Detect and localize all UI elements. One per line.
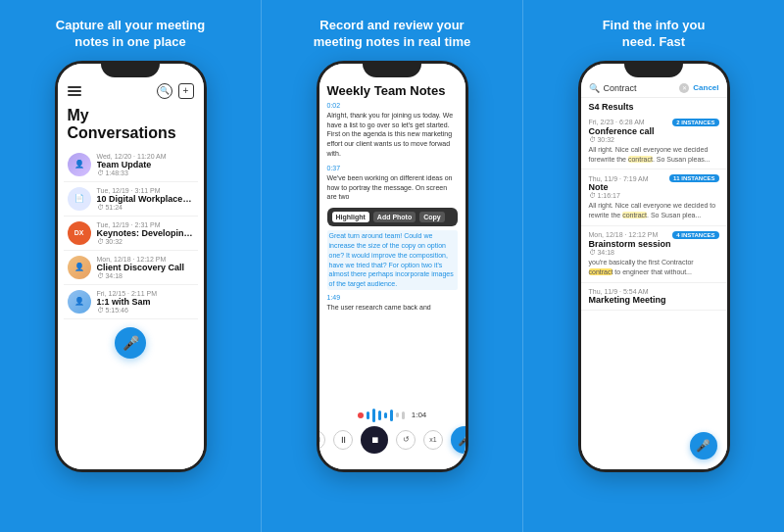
note-text-2: We've been working on different ideas on…: [327, 173, 458, 202]
panel-3-heading: Find the info you need. Fast: [603, 18, 706, 51]
search-result-item[interactable]: Mon, 12/18 · 12:12 PM 4 INSTANCES Brains…: [581, 226, 727, 283]
item-duration: 51:24: [97, 204, 194, 211]
highlight-word: contract: [589, 268, 613, 275]
search-bar: 🔍 Contract ✕ Cancel: [581, 79, 727, 98]
add-icon[interactable]: +: [178, 83, 194, 99]
item-date: Tue, 12/19 · 3:11 PM: [97, 187, 194, 194]
p1-topbar: 🔍 +: [58, 79, 204, 105]
result-badge: 4 INSTANCES: [672, 231, 718, 239]
conversations-list: 👤 Wed, 12/20 · 11:20 AM Team Update 1:48…: [58, 148, 204, 319]
mic-icon: 🎤: [696, 439, 710, 453]
list-item[interactable]: 👤 Mon, 12/18 · 12:12 PM Client Discovery…: [64, 251, 198, 285]
panel-2-heading: Record and review your meeting notes in …: [314, 18, 470, 51]
add-photo-button[interactable]: Add Photo: [373, 212, 416, 222]
result-date: Thu, 11/9 · 5:54 AM: [589, 288, 649, 295]
list-item[interactable]: 📄 Tue, 12/19 · 3:11 PM 10 Digital Workpl…: [64, 182, 198, 217]
panel-1: Capture all your meeting notes in one pl…: [0, 0, 261, 532]
search-icon[interactable]: 🔍: [157, 83, 172, 99]
hamburger-icon[interactable]: [68, 86, 81, 96]
mic-button[interactable]: 🎤: [690, 432, 717, 459]
share-button[interactable]: ↑□: [319, 430, 326, 450]
result-date: Fri, 2/23 · 6:28 AM: [589, 119, 645, 125]
item-date: Wed, 12/20 · 11:20 AM: [97, 153, 194, 160]
waveform-bar: [372, 409, 375, 422]
waveform-bar: [384, 412, 387, 418]
loop-button[interactable]: ↺: [396, 430, 416, 450]
avatar: DX: [68, 221, 91, 245]
conversations-title: My Conversations: [58, 105, 204, 148]
copy-button[interactable]: Copy: [419, 212, 445, 222]
search-result-item[interactable]: Thu, 11/9 · 7:19 AM 11 INSTANCES Note ⏱ …: [581, 169, 727, 226]
result-snippet: All right. Nice call everyone we decided…: [589, 145, 719, 165]
recording-time: 1:04: [412, 411, 427, 419]
result-title: Brainstorm session: [589, 239, 719, 249]
result-title: Marketing Meeting: [589, 295, 719, 305]
avatar: 👤: [68, 256, 91, 279]
phone-2: Weekly Team Notes 0:02 Alright, thank yo…: [317, 61, 468, 472]
result-duration: ⏱ 30:32: [589, 136, 719, 143]
item-name: 10 Digital Workplace predi...: [97, 194, 194, 204]
result-badge: 2 INSTANCES: [672, 119, 718, 126]
panel-1-heading: Capture all your meeting notes in one pl…: [56, 18, 205, 51]
avatar: 👤: [68, 290, 91, 314]
result-snippet: All right. Nice call everyone we decided…: [589, 201, 719, 220]
timestamp-1: 0:02: [327, 102, 458, 109]
item-name: Client Discovery Call: [97, 263, 194, 272]
pause-button[interactable]: ⏸: [333, 430, 353, 450]
waveform-bar: [367, 411, 369, 419]
waveform-bar: [390, 410, 393, 421]
list-item[interactable]: DX Tue, 12/19 · 2:31 PM Keynotes: Develo…: [64, 217, 198, 251]
panel-3: Find the info you need. Fast 🔍 Contract …: [523, 0, 784, 532]
result-title: Conference call: [589, 126, 719, 136]
waveform-bar: [402, 411, 405, 419]
timestamp-3: 1:49: [327, 294, 458, 301]
mic-icon: 🎤: [122, 335, 139, 351]
result-duration: ⏱ 1:16:17: [589, 192, 719, 199]
search-input[interactable]: Contract: [604, 83, 676, 93]
recording-controls: 1:04 ↑□ ⏸ ⏹ ↺ x1 🎤: [319, 409, 466, 461]
result-badge: 11 INSTANCES: [669, 174, 719, 182]
selected-text: Great turn around team! Could we increas…: [327, 230, 458, 290]
item-date: Mon, 12/18 · 12:12 PM: [97, 256, 194, 263]
note-title: Weekly Team Notes: [327, 83, 458, 98]
highlight-button[interactable]: Highlight: [332, 212, 369, 222]
timestamp-2: 0:37: [327, 165, 458, 171]
clear-icon[interactable]: ✕: [679, 83, 689, 93]
record-dot: [358, 412, 364, 418]
search-result-item[interactable]: Thu, 11/9 · 5:54 AM Marketing Meeting: [581, 283, 727, 311]
cancel-button[interactable]: Cancel: [693, 83, 718, 92]
mic-button[interactable]: 🎤: [115, 327, 146, 359]
item-duration: 1:48:33: [97, 169, 194, 176]
result-duration: ⏱ 34:18: [589, 249, 719, 256]
item-name: Keynotes: Developing a Cu...: [97, 228, 194, 238]
result-date: Thu, 11/9 · 7:19 AM: [589, 175, 649, 182]
item-name: 1:1 with Sam: [97, 297, 194, 307]
item-date: Tue, 12/19 · 2:31 PM: [97, 221, 194, 228]
speed-button[interactable]: x1: [423, 430, 443, 450]
item-name: Team Update: [97, 160, 194, 169]
text-action-popup: Highlight Add Photo Copy: [327, 208, 458, 226]
item-date: Fri, 12/15 · 2:11 PM: [97, 290, 194, 297]
waveform-bar: [396, 412, 399, 417]
results-label: S4 Results: [581, 98, 727, 114]
note-text-1: Alright, thank you for joining us today.…: [327, 111, 458, 159]
panel-2: Record and review your meeting notes in …: [261, 0, 523, 532]
waveform: 1:04: [358, 409, 427, 422]
item-duration: 5:15:46: [97, 307, 194, 314]
item-duration: 30:32: [97, 238, 194, 245]
list-item[interactable]: 👤 Wed, 12/20 · 11:20 AM Team Update 1:48…: [64, 148, 198, 182]
note-screen: Weekly Team Notes 0:02 Alright, thank yo…: [319, 79, 466, 313]
mic-button[interactable]: 🎤: [451, 426, 466, 454]
list-item[interactable]: 👤 Fri, 12/15 · 2:11 PM 1:1 with Sam 5:15…: [64, 285, 198, 319]
note-text-3: The user research came back and: [327, 303, 458, 313]
stop-button[interactable]: ⏹: [361, 426, 388, 454]
avatar: 👤: [68, 153, 91, 176]
search-icon: 🔍: [589, 83, 600, 93]
highlight-word: contract: [622, 212, 647, 218]
result-snippet: you're basically the first Contractor co…: [589, 258, 719, 277]
phone-3: 🔍 Contract ✕ Cancel S4 Results Fri, 2/23…: [578, 61, 730, 472]
search-result-item[interactable]: Fri, 2/23 · 6:28 AM 2 INSTANCES Conferen…: [581, 114, 727, 170]
result-title: Note: [589, 182, 719, 192]
phone-1: 🔍 + My Conversations 👤 Wed, 12/20 · 11:2…: [55, 61, 207, 472]
avatar: 📄: [68, 187, 91, 211]
